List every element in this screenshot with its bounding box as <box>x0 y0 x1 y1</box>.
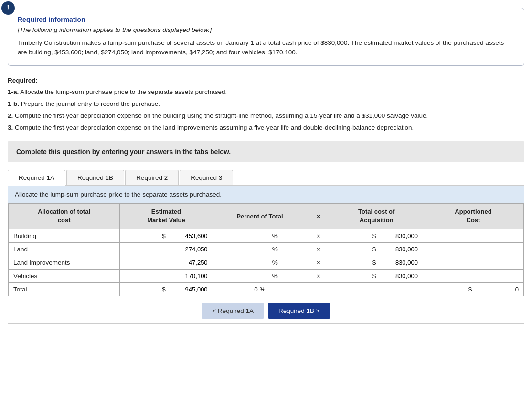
tab-required-1b[interactable]: Required 1B <box>66 170 124 185</box>
required-heading: Required: <box>8 77 38 84</box>
tab-required-3[interactable]: Required 3 <box>180 170 233 185</box>
required-section: Required: 1-a. Allocate the lump-sum pur… <box>8 75 524 134</box>
tab-required-2[interactable]: Required 2 <box>125 170 179 185</box>
vehicles-percent-input[interactable] <box>242 272 270 280</box>
building-apportioned-input[interactable] <box>476 232 519 239</box>
total-apportioned: $ <box>423 282 523 296</box>
table-row: Land % × $ <box>9 242 524 256</box>
info-icon: ! <box>1 1 15 15</box>
allocation-table: Allocation of totalcost EstimatedMarket … <box>8 203 524 296</box>
tab-content: Allocate the lump-sum purchase price to … <box>8 186 524 323</box>
col-header-x: × <box>307 204 330 229</box>
col-header-acquisition: Total cost ofAcquisition <box>330 204 423 229</box>
prev-button[interactable]: Required 1A <box>202 303 264 319</box>
table-row: Land improvements % × $ <box>9 256 524 269</box>
col-header-apportioned: ApportionedCost <box>423 204 523 229</box>
total-acquisition <box>330 282 423 296</box>
land-imp-apportioned[interactable] <box>423 256 523 269</box>
required-item-1b: 1-b. Prepare the journal entry to record… <box>8 99 524 110</box>
building-acquisition-input <box>380 232 418 239</box>
building-estimated: $ <box>120 229 213 242</box>
total-estimated-input <box>170 286 208 293</box>
table-row-total: Total $ 0 % $ <box>9 282 524 296</box>
info-box-subtitle: [The following information applies to th… <box>18 26 514 33</box>
row-label-land-improvements: Land improvements <box>9 256 120 269</box>
land-imp-estimated <box>120 256 213 269</box>
vehicles-estimated <box>120 269 213 282</box>
land-estimated-input <box>170 246 208 253</box>
tab-instruction: Allocate the lump-sum purchase price to … <box>8 186 524 203</box>
total-x <box>307 282 330 296</box>
col-header-allocation: Allocation of totalcost <box>9 204 120 229</box>
land-imp-x: × <box>307 256 330 269</box>
land-estimated <box>120 242 213 256</box>
land-apportioned-input[interactable] <box>476 246 519 253</box>
land-acquisition: $ <box>330 242 423 256</box>
land-percent[interactable]: % <box>213 242 307 256</box>
building-estimated-input[interactable] <box>170 232 208 239</box>
col-header-percent: Percent of Total <box>213 204 307 229</box>
building-percent[interactable]: % <box>213 229 307 242</box>
building-percent-input[interactable] <box>242 232 270 239</box>
next-button[interactable]: Required 1B <box>268 303 330 319</box>
vehicles-acquisition-input <box>380 272 418 280</box>
required-item-3: 3. Compute the first-year depreciation e… <box>8 123 524 134</box>
table-row: Vehicles % × $ <box>9 269 524 282</box>
building-acquisition: $ <box>330 229 423 242</box>
info-box: ! Required information [The following in… <box>8 8 524 66</box>
complete-box-text: Complete this question by entering your … <box>16 148 231 156</box>
building-x: × <box>307 229 330 242</box>
land-imp-estimated-input <box>170 259 208 266</box>
land-percent-input[interactable] <box>242 246 270 253</box>
land-imp-acquisition: $ <box>330 256 423 269</box>
info-box-title: Required information <box>18 16 514 23</box>
complete-box: Complete this question by entering your … <box>8 141 524 162</box>
total-apportioned-input <box>476 286 519 293</box>
row-label-land: Land <box>9 242 120 256</box>
row-label-building: Building <box>9 229 120 242</box>
total-estimated: $ <box>120 282 213 296</box>
tab-required-1a[interactable]: Required 1A <box>8 170 65 186</box>
tabs-container: Required 1A Required 1B Required 2 Requi… <box>8 170 524 186</box>
vehicles-x: × <box>307 269 330 282</box>
row-label-vehicles: Vehicles <box>9 269 120 282</box>
required-item-1a: 1-a. Allocate the lump-sum purchase pric… <box>8 87 524 98</box>
col-header-market-value: EstimatedMarket Value <box>120 204 213 229</box>
vehicles-acquisition: $ <box>330 269 423 282</box>
land-acquisition-input <box>380 246 418 253</box>
vehicles-apportioned[interactable] <box>423 269 523 282</box>
vehicles-apportioned-input[interactable] <box>476 272 519 280</box>
land-imp-percent[interactable]: % <box>213 256 307 269</box>
vehicles-estimated-input <box>170 272 208 280</box>
info-box-body: Timberly Construction makes a lump-sum p… <box>18 38 514 58</box>
table-row: Building $ % × $ <box>9 229 524 242</box>
land-imp-percent-input[interactable] <box>242 259 270 266</box>
row-label-total: Total <box>9 282 120 296</box>
required-item-2: 2. Compute the first-year depreciation e… <box>8 111 524 122</box>
land-imp-apportioned-input[interactable] <box>476 259 519 266</box>
land-apportioned[interactable] <box>423 242 523 256</box>
land-imp-acquisition-input <box>380 259 418 266</box>
building-apportioned[interactable] <box>423 229 523 242</box>
land-x: × <box>307 242 330 256</box>
nav-buttons: Required 1A Required 1B <box>8 296 524 323</box>
vehicles-percent[interactable]: % <box>213 269 307 282</box>
total-percent: 0 % <box>213 282 307 296</box>
